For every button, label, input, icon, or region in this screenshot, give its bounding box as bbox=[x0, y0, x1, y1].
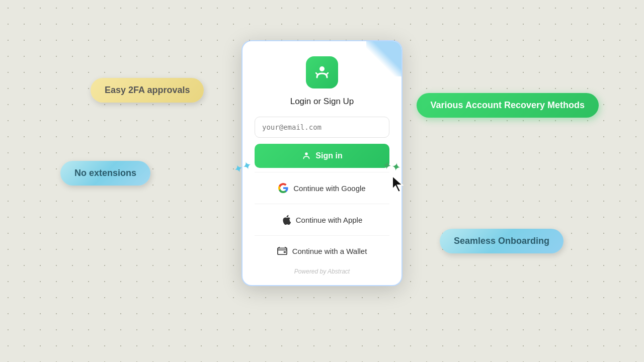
svg-line-1 bbox=[316, 73, 318, 75]
continue-google-button[interactable]: Continue with Google bbox=[255, 176, 389, 200]
login-card: Login or Sign Up Sign in Continue with G… bbox=[242, 40, 403, 286]
card-title: Login or Sign Up bbox=[255, 97, 389, 107]
svg-rect-4 bbox=[278, 248, 287, 255]
sign-in-icon bbox=[301, 151, 311, 161]
google-icon bbox=[278, 183, 288, 193]
svg-point-0 bbox=[319, 66, 325, 71]
account-recovery-label: Various Account Recovery Methods bbox=[431, 100, 585, 111]
google-label: Continue with Google bbox=[293, 184, 365, 193]
continue-wallet-button[interactable]: Continue with a Wallet bbox=[255, 240, 389, 262]
no-extensions-badge: No extensions bbox=[60, 161, 150, 186]
seamless-onboarding-badge: Seamless Onboarding bbox=[440, 229, 564, 253]
svg-point-3 bbox=[305, 152, 308, 155]
apple-icon bbox=[282, 215, 291, 225]
wallet-label: Continue with a Wallet bbox=[292, 247, 367, 255]
seamless-onboarding-label: Seamless Onboarding bbox=[454, 236, 549, 246]
easy-2fa-label: Easy 2FA approvals bbox=[105, 85, 190, 96]
sign-in-label: Sign in bbox=[315, 151, 342, 160]
sign-in-button[interactable]: Sign in bbox=[255, 144, 389, 168]
divider-1 bbox=[255, 172, 389, 172]
account-recovery-badge: Various Account Recovery Methods bbox=[417, 93, 599, 118]
app-icon bbox=[306, 56, 338, 88]
divider-2 bbox=[255, 204, 389, 204]
no-extensions-label: No extensions bbox=[74, 168, 136, 178]
email-input[interactable] bbox=[255, 117, 389, 138]
svg-line-2 bbox=[326, 73, 328, 75]
continue-apple-button[interactable]: Continue with Apple bbox=[255, 208, 389, 231]
svg-rect-5 bbox=[283, 251, 286, 253]
wallet-icon bbox=[277, 246, 287, 255]
divider-3 bbox=[255, 235, 389, 236]
login-card-wrapper: Login or Sign Up Sign in Continue with G… bbox=[242, 40, 403, 286]
easy-2fa-badge: Easy 2FA approvals bbox=[91, 78, 204, 103]
apple-label: Continue with Apple bbox=[296, 216, 363, 224]
powered-by-footer: Powered by Abstract bbox=[255, 268, 389, 275]
app-logo-icon bbox=[313, 63, 331, 81]
mouse-cursor bbox=[391, 175, 406, 193]
